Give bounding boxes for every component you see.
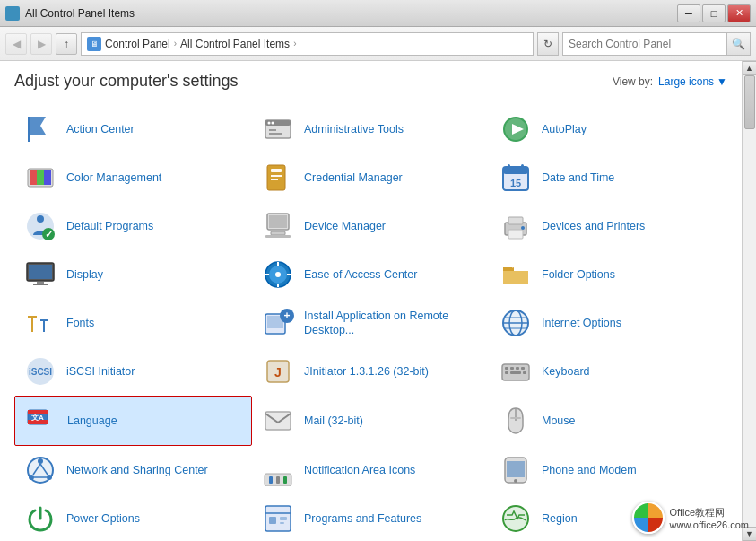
item-iscsi[interactable]: iSCSIiSCSI Initiator: [14, 347, 252, 396]
search-input[interactable]: [563, 38, 726, 50]
item-mouse[interactable]: Mouse: [490, 396, 727, 446]
item-programs[interactable]: Programs and Features: [252, 494, 490, 541]
watermark-office: Office教程网: [670, 506, 749, 519]
item-internet-opts[interactable]: Internet Options: [490, 299, 727, 347]
svg-rect-95: [280, 522, 284, 524]
item-device-mgr[interactable]: Device Manager: [252, 202, 490, 250]
close-button[interactable]: ✕: [727, 4, 751, 22]
path-icon: 🖥: [87, 37, 101, 51]
svg-rect-94: [280, 517, 287, 520]
internet-opts-icon: [499, 306, 533, 340]
svg-rect-31: [265, 235, 291, 238]
credential-icon: [261, 161, 295, 195]
breadcrumb-control-panel[interactable]: Control Panel: [105, 38, 170, 50]
item-devices-printers[interactable]: Devices and Printers: [490, 202, 727, 250]
page-title: Adjust your computer's settings: [14, 72, 239, 91]
watermark-logo: [632, 502, 665, 534]
svg-text:15: 15: [510, 178, 521, 188]
device-mgr-icon: [261, 209, 295, 243]
svg-rect-22: [521, 164, 524, 170]
svg-point-80: [47, 475, 52, 480]
item-display[interactable]: Display: [14, 250, 252, 299]
back-button[interactable]: ◀: [5, 33, 27, 55]
svg-rect-67: [505, 371, 508, 374]
device-mgr-label: Device Manager: [304, 219, 386, 233]
item-color-mgmt[interactable]: Color Management: [14, 153, 252, 202]
ease-access-icon: [261, 257, 295, 292]
svg-text:文A: 文A: [31, 413, 44, 422]
item-folder-opts[interactable]: Folder Options: [490, 250, 727, 299]
item-ease-access[interactable]: Ease of Access Center: [252, 250, 490, 299]
mouse-label: Mouse: [542, 414, 576, 428]
item-fonts[interactable]: Fonts: [14, 299, 252, 347]
region-icon: [499, 502, 533, 536]
item-mail[interactable]: Mail (32-bit): [252, 396, 490, 446]
forward-button[interactable]: ▶: [30, 33, 52, 55]
item-network[interactable]: Network and Sharing Center: [14, 446, 252, 494]
address-path[interactable]: 🖥 Control Panel › All Control Panel Item…: [81, 32, 534, 56]
svg-rect-16: [271, 169, 282, 172]
item-phone-modem[interactable]: Phone and Modem: [490, 446, 727, 494]
item-admin-tools[interactable]: Administrative Tools: [252, 105, 490, 153]
item-keyboard[interactable]: Keyboard: [490, 347, 727, 396]
maximize-button[interactable]: □: [702, 4, 726, 22]
svg-rect-17: [271, 175, 282, 177]
power-icon: [23, 502, 57, 536]
main-area: Adjust your computer's settings View by:…: [0, 61, 756, 541]
jinitiator-icon: J: [261, 354, 295, 388]
content-header: Adjust your computer's settings View by:…: [14, 72, 727, 91]
folder-opts-icon: [499, 257, 533, 292]
svg-rect-86: [276, 476, 280, 484]
search-button[interactable]: 🔍: [726, 33, 750, 55]
scroll-thumb[interactable]: [744, 75, 755, 129]
folder-opts-label: Folder Options: [542, 267, 615, 282]
path-arrow-2: ›: [293, 39, 296, 48]
svg-rect-18: [271, 179, 278, 180]
svg-rect-20: [503, 167, 528, 174]
network-label: Network and Sharing Center: [66, 463, 208, 477]
app-icon: [5, 6, 20, 21]
view-dropdown[interactable]: Large icons ▼: [658, 75, 727, 88]
window-title: All Control Panel Items: [25, 7, 135, 20]
svg-text:+: +: [283, 310, 290, 322]
path-arrow-1: ›: [174, 39, 177, 48]
svg-point-4: [268, 122, 271, 125]
notif-label: Notification Area Icons: [304, 463, 415, 477]
ease-access-label: Ease of Access Center: [304, 267, 417, 282]
items-grid: Action CenterAdministrative ToolsAutoPla…: [14, 105, 727, 541]
default-prog-icon: ✓: [23, 209, 57, 243]
item-action-center[interactable]: Action Center: [14, 105, 252, 153]
item-autoplay[interactable]: AutoPlay: [490, 105, 727, 153]
item-language[interactable]: 文ALanguage: [14, 396, 252, 446]
minimize-button[interactable]: ─: [677, 4, 700, 22]
datetime-icon: 15: [499, 161, 533, 195]
svg-marker-0: [28, 117, 46, 135]
autoplay-label: AutoPlay: [542, 122, 587, 136]
chevron-down-icon: ▼: [717, 75, 727, 88]
item-credential[interactable]: Credential Manager: [252, 153, 490, 202]
item-jinitiator[interactable]: JJInitiator 1.3.1.26 (32-bit): [252, 347, 490, 396]
iscsi-icon: iSCSI: [23, 354, 57, 388]
svg-rect-1: [28, 117, 30, 142]
mouse-icon: [499, 404, 533, 438]
phone-modem-label: Phone and Modem: [542, 463, 637, 477]
content-panel: Adjust your computer's settings View by:…: [0, 61, 742, 541]
item-notif[interactable]: Notification Area Icons: [252, 446, 490, 494]
refresh-button[interactable]: ↻: [537, 32, 559, 56]
up-button[interactable]: ↑: [56, 33, 77, 55]
breadcrumb-all-items[interactable]: All Control Panel Items: [180, 38, 290, 50]
svg-point-42: [275, 272, 281, 277]
action-center-label: Action Center: [66, 122, 135, 136]
language-label: Language: [67, 414, 117, 428]
item-power[interactable]: Power Options: [14, 494, 252, 541]
title-bar-left: All Control Panel Items: [5, 6, 135, 21]
title-bar: All Control Panel Items ─ □ ✕: [0, 0, 756, 27]
scroll-up-button[interactable]: ▲: [743, 61, 757, 75]
item-datetime[interactable]: 15Date and Time: [490, 153, 727, 202]
admin-tools-label: Administrative Tools: [304, 122, 404, 136]
item-default-prog[interactable]: ✓Default Programs: [14, 202, 252, 250]
item-install-app[interactable]: +Install Application on Remote Desktop..…: [252, 299, 490, 347]
display-label: Display: [66, 267, 103, 282]
svg-point-35: [521, 226, 525, 230]
region-label: Region: [542, 511, 578, 526]
